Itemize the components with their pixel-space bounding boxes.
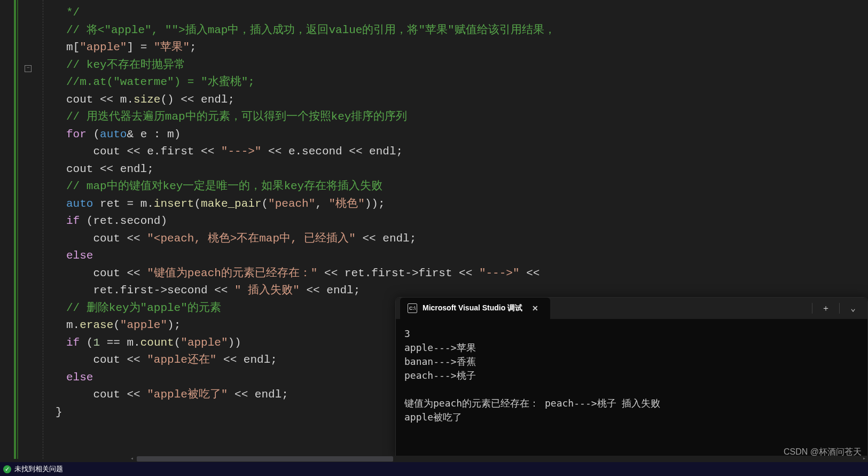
code-line: if (ret.second) <box>66 215 167 227</box>
code-line: auto ret = m.insert(make_pair("peach", "… <box>66 198 385 210</box>
code-line: cout << "apple被吃了" << endl; <box>66 388 288 401</box>
code-line: cout << "键值为peach的元素已经存在：" << ret.first-… <box>66 267 539 279</box>
watermark: CSDN @杯酒问苍天 <box>784 447 862 458</box>
code-line: } <box>56 406 62 418</box>
scroll-left-icon[interactable]: ◂ <box>128 456 136 462</box>
code-line: cout << "apple还在" << endl; <box>66 354 277 366</box>
code-line: else <box>66 249 93 262</box>
code-line: if (1 == m.count("apple")) <box>66 337 241 349</box>
code-line: for (auto& e : m) <box>66 128 181 141</box>
close-tab-icon[interactable]: ✕ <box>528 302 543 315</box>
code-line: // 删除key为"apple"的元素 <box>66 302 221 314</box>
scroll-thumb[interactable] <box>137 456 393 462</box>
code-line: m["apple"] = "苹果"; <box>66 41 197 53</box>
code-line: */ <box>66 6 80 19</box>
code-line: // key不存在时抛异常 <box>66 59 185 71</box>
scroll-right-icon[interactable]: ▸ <box>861 456 868 462</box>
editor-gutter <box>0 0 18 459</box>
code-line: cout << "<peach, 桃色>不在map中, 已经插入" << end… <box>66 232 416 245</box>
code-line: // 用迭代器去遍历map中的元素，可以得到一个按照key排序的序列 <box>66 111 407 123</box>
code-line: // 将<"apple", "">插入map中，插入成功，返回value的引用，… <box>66 24 556 36</box>
code-line: ret.first->second << " 插入失败" << endl; <box>66 284 360 296</box>
code-line: // map中的键值对key一定是唯一的，如果key存在将插入失败 <box>66 180 382 192</box>
terminal-window[interactable]: C:\ Microsoft Visual Studio 调试 ✕ ＋ ⌄ 3 a… <box>395 297 868 459</box>
change-indicator <box>14 0 16 459</box>
code-line: cout << endl; <box>66 163 154 175</box>
code-line: //m.at("waterme") = "水蜜桃"; <box>66 76 255 88</box>
separator <box>839 303 840 314</box>
status-bar: ✓ 未找到相关问题 <box>0 462 868 476</box>
terminal-tab-title: Microsoft Visual Studio 调试 <box>423 303 522 313</box>
terminal-tabbar: C:\ Microsoft Visual Studio 调试 ✕ ＋ ⌄ <box>396 298 867 319</box>
code-line: m.erase("apple"); <box>66 319 181 331</box>
code-line: cout << m.size() << endl; <box>66 93 234 106</box>
new-tab-button[interactable]: ＋ <box>817 301 835 316</box>
tab-dropdown-icon[interactable]: ⌄ <box>844 301 862 316</box>
horizontal-scrollbar[interactable]: ◂ ▸ <box>128 456 868 462</box>
separator <box>812 303 812 314</box>
terminal-output[interactable]: 3 apple--->苹果 banan--->香蕉 peach--->桃子 键值… <box>396 319 867 432</box>
code-line: cout << e.first << "--->" << e.second <<… <box>66 145 403 158</box>
status-ok-icon: ✓ <box>3 465 11 473</box>
code-line: else <box>66 371 93 384</box>
terminal-actions: ＋ ⌄ <box>810 301 867 316</box>
status-text: 未找到相关问题 <box>14 464 63 474</box>
terminal-icon: C:\ <box>408 303 417 313</box>
terminal-tab[interactable]: C:\ Microsoft Visual Studio 调试 ✕ <box>400 298 550 319</box>
